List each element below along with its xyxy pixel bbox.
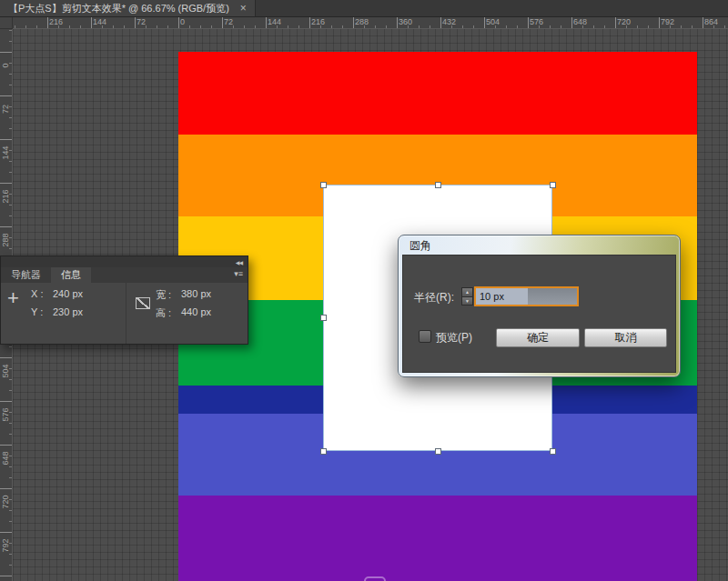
ruler-tick-minor [189,25,190,28]
ruler-tick-minor [506,25,507,28]
ruler-tick-minor [604,25,605,28]
ruler-tick [0,488,12,489]
ruler-tick-minor [244,25,245,28]
transform-handle-bottom-mid[interactable] [435,448,441,455]
radius-label: 半径(R): [414,290,454,306]
ruler-label: 288 [355,17,369,26]
ruler-label: 648 [573,17,587,26]
rounded-corner-dialog: 圆角 半径(R): ▲ ▼ 10 px 预览(P) 确定 取消 [398,235,681,377]
ruler-tick [47,17,48,28]
transform-handle-bottom-right[interactable] [550,448,556,455]
ruler-label: 576 [1,405,10,425]
radius-stepper[interactable]: ▲ ▼ [461,287,473,306]
ruler-tick [0,445,12,446]
ruler-label: 216 [49,17,63,26]
ruler-tick-minor [9,248,12,249]
horizontal-ruler[interactable]: 2161447207214421628836043250457664872079… [0,17,728,29]
ruler-tick-minor [9,379,12,380]
ruler-tick-minor [255,25,256,28]
ruler-tick-minor [648,25,649,28]
ruler-tick-minor [9,346,12,347]
info-panel-drag-bar[interactable]: ◀◀ [1,256,248,267]
ruler-tick-minor [9,434,12,435]
ruler-tick-minor [320,25,321,28]
ruler-tick-minor [430,25,430,28]
collapse-panel-icon[interactable]: ◀◀ [236,259,242,265]
ruler-tick-minor [473,25,474,28]
ruler-tick-minor [713,25,714,28]
ruler-tick-minor [69,25,70,28]
ruler-tick [528,17,529,28]
ruler-tick-minor [9,215,12,216]
ruler-label: 792 [661,17,674,26]
info-panel-tabs: 导航器 信息 ▾≡ [1,267,248,283]
radius-value: 10 px [476,288,528,305]
transform-handle-mid-left[interactable] [320,315,327,321]
dialog-body: 半径(R): ▲ ▼ 10 px 预览(P) 确定 取消 [402,255,676,373]
ruler-tick-minor [9,543,12,544]
tab-close-icon[interactable]: × [240,2,247,15]
ruler-tick-minor [9,466,12,467]
x-value: 240 px [53,288,83,299]
ruler-tick-minor [9,521,12,522]
ruler-tick [703,17,703,28]
ruler-tick-minor [561,25,561,28]
cancel-button[interactable]: 取消 [584,328,667,347]
ruler-label: 360 [399,17,412,26]
info-panel-content: + X : 240 px Y : 230 px 宽 : 380 px 高 : 4… [1,283,248,344]
ruler-tick-minor [637,25,638,28]
ruler-tick-minor [462,25,463,28]
ruler-tick-minor [724,25,725,28]
ruler-tick-minor [9,368,12,369]
radius-input[interactable]: 10 px [474,286,579,306]
ruler-tick [135,17,136,28]
info-panel[interactable]: ◀◀ 导航器 信息 ▾≡ + X : 240 px Y : 230 px 宽 :… [0,255,248,345]
ruler-tick [615,17,616,28]
ruler-tick-minor [9,456,12,456]
ruler-tick [440,17,441,28]
transform-handle-bottom-left[interactable] [320,448,327,455]
ruler-tick-minor [298,25,299,28]
spinner-down-icon[interactable]: ▼ [461,296,473,306]
ruler-tick [0,401,12,402]
ruler-tick-minor [342,25,343,28]
ruler-tick [0,532,12,533]
dialog-title[interactable]: 圆角 [410,238,431,254]
spinner-up-icon[interactable]: ▲ [461,287,473,296]
watermark-logo: ui [364,576,386,581]
ruler-label: 288 [1,230,10,250]
ruler-tick-minor [386,25,387,28]
ruler-tick-minor [517,25,518,28]
ruler-tick-minor [692,25,693,28]
transform-handle-top-left[interactable] [320,182,327,188]
ruler-tick [178,17,179,28]
ruler-tick [91,17,92,28]
ruler-tick-minor [146,25,147,28]
ruler-tick-minor [200,25,201,28]
ruler-tick-minor [451,25,452,28]
document-tab[interactable]: 【P大点S】剪切文本效果* @ 66.67% (RGB/预览) × [0,0,256,16]
ruler-tick-minor [9,128,12,129]
ruler-corner [0,17,13,29]
panel-menu-icon[interactable]: ▾≡ [234,269,243,278]
preview-checkbox[interactable] [419,330,431,343]
ruler-label: 0 [180,17,185,26]
ruler-tick-minor [408,25,409,28]
ruler-tick-minor [582,25,583,28]
transform-handle-top-right[interactable] [550,182,556,188]
crosshair-icon: + [7,289,19,307]
ruler-tick-minor [80,25,81,28]
ruler-label: 504 [1,361,10,381]
y-label: Y : [31,306,43,317]
ok-button[interactable]: 确定 [496,328,580,347]
transform-handle-top-mid[interactable] [435,182,441,188]
ruler-tick [266,17,267,28]
tab-navigator[interactable]: 导航器 [1,267,51,283]
ruler-label: 0 [1,55,10,75]
ruler-tick-minor [233,25,234,28]
tab-info[interactable]: 信息 [51,267,91,283]
document-tab-title: 【P大点S】剪切文本效果* @ 66.67% (RGB/预览) [8,2,229,15]
ruler-tick [0,139,12,140]
ruler-tick-minor [9,30,12,31]
ruler-tick-minor [626,25,627,28]
